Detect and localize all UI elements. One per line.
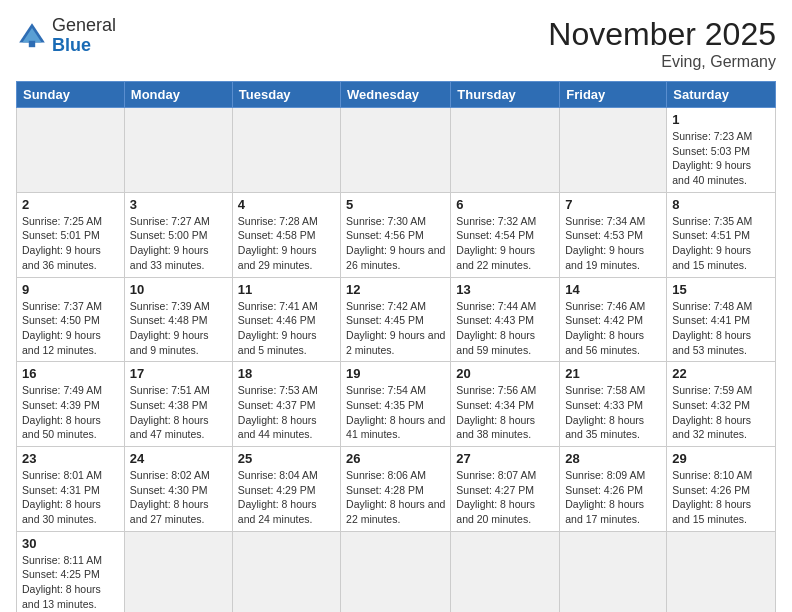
day-cell: 19Sunrise: 7:54 AM Sunset: 4:35 PM Dayli…: [341, 362, 451, 447]
day-number: 8: [672, 197, 770, 212]
day-info: Sunrise: 7:44 AM Sunset: 4:43 PM Dayligh…: [456, 299, 554, 358]
day-info: Sunrise: 7:30 AM Sunset: 4:56 PM Dayligh…: [346, 214, 445, 273]
day-number: 25: [238, 451, 335, 466]
day-number: 15: [672, 282, 770, 297]
day-cell: 18Sunrise: 7:53 AM Sunset: 4:37 PM Dayli…: [232, 362, 340, 447]
day-cell: 28Sunrise: 8:09 AM Sunset: 4:26 PM Dayli…: [560, 447, 667, 532]
day-info: Sunrise: 7:39 AM Sunset: 4:48 PM Dayligh…: [130, 299, 227, 358]
day-number: 27: [456, 451, 554, 466]
weekday-header-row: SundayMondayTuesdayWednesdayThursdayFrid…: [17, 82, 776, 108]
day-cell: 9Sunrise: 7:37 AM Sunset: 4:50 PM Daylig…: [17, 277, 125, 362]
day-info: Sunrise: 7:51 AM Sunset: 4:38 PM Dayligh…: [130, 383, 227, 442]
day-number: 7: [565, 197, 661, 212]
day-cell: [560, 108, 667, 193]
day-cell: 17Sunrise: 7:51 AM Sunset: 4:38 PM Dayli…: [124, 362, 232, 447]
weekday-header-saturday: Saturday: [667, 82, 776, 108]
day-cell: [124, 108, 232, 193]
day-cell: [560, 531, 667, 612]
day-number: 23: [22, 451, 119, 466]
day-cell: 13Sunrise: 7:44 AM Sunset: 4:43 PM Dayli…: [451, 277, 560, 362]
day-info: Sunrise: 7:32 AM Sunset: 4:54 PM Dayligh…: [456, 214, 554, 273]
day-cell: [232, 108, 340, 193]
day-cell: [17, 108, 125, 193]
day-cell: 8Sunrise: 7:35 AM Sunset: 4:51 PM Daylig…: [667, 192, 776, 277]
logo-icon: [16, 20, 48, 52]
day-info: Sunrise: 7:28 AM Sunset: 4:58 PM Dayligh…: [238, 214, 335, 273]
day-cell: 25Sunrise: 8:04 AM Sunset: 4:29 PM Dayli…: [232, 447, 340, 532]
svg-rect-2: [29, 41, 35, 47]
day-info: Sunrise: 7:41 AM Sunset: 4:46 PM Dayligh…: [238, 299, 335, 358]
week-row-5: 23Sunrise: 8:01 AM Sunset: 4:31 PM Dayli…: [17, 447, 776, 532]
day-cell: 15Sunrise: 7:48 AM Sunset: 4:41 PM Dayli…: [667, 277, 776, 362]
day-cell: [341, 108, 451, 193]
logo: General Blue: [16, 16, 116, 56]
day-info: Sunrise: 7:23 AM Sunset: 5:03 PM Dayligh…: [672, 129, 770, 188]
day-cell: 20Sunrise: 7:56 AM Sunset: 4:34 PM Dayli…: [451, 362, 560, 447]
day-info: Sunrise: 7:46 AM Sunset: 4:42 PM Dayligh…: [565, 299, 661, 358]
day-cell: 14Sunrise: 7:46 AM Sunset: 4:42 PM Dayli…: [560, 277, 667, 362]
day-cell: 10Sunrise: 7:39 AM Sunset: 4:48 PM Dayli…: [124, 277, 232, 362]
day-number: 11: [238, 282, 335, 297]
day-number: 16: [22, 366, 119, 381]
day-info: Sunrise: 7:54 AM Sunset: 4:35 PM Dayligh…: [346, 383, 445, 442]
day-info: Sunrise: 7:59 AM Sunset: 4:32 PM Dayligh…: [672, 383, 770, 442]
day-number: 28: [565, 451, 661, 466]
weekday-header-sunday: Sunday: [17, 82, 125, 108]
day-number: 1: [672, 112, 770, 127]
day-cell: 11Sunrise: 7:41 AM Sunset: 4:46 PM Dayli…: [232, 277, 340, 362]
day-number: 19: [346, 366, 445, 381]
day-cell: [124, 531, 232, 612]
day-number: 24: [130, 451, 227, 466]
day-info: Sunrise: 7:34 AM Sunset: 4:53 PM Dayligh…: [565, 214, 661, 273]
day-cell: [451, 531, 560, 612]
day-cell: 23Sunrise: 8:01 AM Sunset: 4:31 PM Dayli…: [17, 447, 125, 532]
day-cell: [341, 531, 451, 612]
day-info: Sunrise: 8:11 AM Sunset: 4:25 PM Dayligh…: [22, 553, 119, 612]
day-info: Sunrise: 8:01 AM Sunset: 4:31 PM Dayligh…: [22, 468, 119, 527]
day-number: 10: [130, 282, 227, 297]
weekday-header-monday: Monday: [124, 82, 232, 108]
day-cell: 27Sunrise: 8:07 AM Sunset: 4:27 PM Dayli…: [451, 447, 560, 532]
day-cell: 4Sunrise: 7:28 AM Sunset: 4:58 PM Daylig…: [232, 192, 340, 277]
day-info: Sunrise: 7:27 AM Sunset: 5:00 PM Dayligh…: [130, 214, 227, 273]
day-info: Sunrise: 7:49 AM Sunset: 4:39 PM Dayligh…: [22, 383, 119, 442]
day-cell: 26Sunrise: 8:06 AM Sunset: 4:28 PM Dayli…: [341, 447, 451, 532]
day-number: 17: [130, 366, 227, 381]
week-row-2: 2Sunrise: 7:25 AM Sunset: 5:01 PM Daylig…: [17, 192, 776, 277]
day-cell: 12Sunrise: 7:42 AM Sunset: 4:45 PM Dayli…: [341, 277, 451, 362]
day-cell: [667, 531, 776, 612]
day-cell: [451, 108, 560, 193]
day-number: 18: [238, 366, 335, 381]
day-cell: [232, 531, 340, 612]
week-row-3: 9Sunrise: 7:37 AM Sunset: 4:50 PM Daylig…: [17, 277, 776, 362]
day-cell: 5Sunrise: 7:30 AM Sunset: 4:56 PM Daylig…: [341, 192, 451, 277]
day-cell: 2Sunrise: 7:25 AM Sunset: 5:01 PM Daylig…: [17, 192, 125, 277]
day-number: 22: [672, 366, 770, 381]
day-cell: 6Sunrise: 7:32 AM Sunset: 4:54 PM Daylig…: [451, 192, 560, 277]
day-cell: 24Sunrise: 8:02 AM Sunset: 4:30 PM Dayli…: [124, 447, 232, 532]
day-info: Sunrise: 8:09 AM Sunset: 4:26 PM Dayligh…: [565, 468, 661, 527]
day-number: 12: [346, 282, 445, 297]
weekday-header-tuesday: Tuesday: [232, 82, 340, 108]
day-info: Sunrise: 8:04 AM Sunset: 4:29 PM Dayligh…: [238, 468, 335, 527]
weekday-header-friday: Friday: [560, 82, 667, 108]
month-title: November 2025: [548, 16, 776, 53]
day-info: Sunrise: 7:37 AM Sunset: 4:50 PM Dayligh…: [22, 299, 119, 358]
week-row-1: 1Sunrise: 7:23 AM Sunset: 5:03 PM Daylig…: [17, 108, 776, 193]
day-info: Sunrise: 7:53 AM Sunset: 4:37 PM Dayligh…: [238, 383, 335, 442]
day-number: 26: [346, 451, 445, 466]
day-cell: 7Sunrise: 7:34 AM Sunset: 4:53 PM Daylig…: [560, 192, 667, 277]
day-info: Sunrise: 7:58 AM Sunset: 4:33 PM Dayligh…: [565, 383, 661, 442]
day-number: 20: [456, 366, 554, 381]
logo-text: General Blue: [52, 16, 116, 56]
day-info: Sunrise: 8:02 AM Sunset: 4:30 PM Dayligh…: [130, 468, 227, 527]
day-info: Sunrise: 8:07 AM Sunset: 4:27 PM Dayligh…: [456, 468, 554, 527]
day-number: 3: [130, 197, 227, 212]
title-area: November 2025 Eving, Germany: [548, 16, 776, 71]
day-number: 6: [456, 197, 554, 212]
day-cell: 29Sunrise: 8:10 AM Sunset: 4:26 PM Dayli…: [667, 447, 776, 532]
weekday-header-thursday: Thursday: [451, 82, 560, 108]
day-number: 4: [238, 197, 335, 212]
day-number: 9: [22, 282, 119, 297]
page-header: General Blue November 2025 Eving, German…: [16, 16, 776, 71]
